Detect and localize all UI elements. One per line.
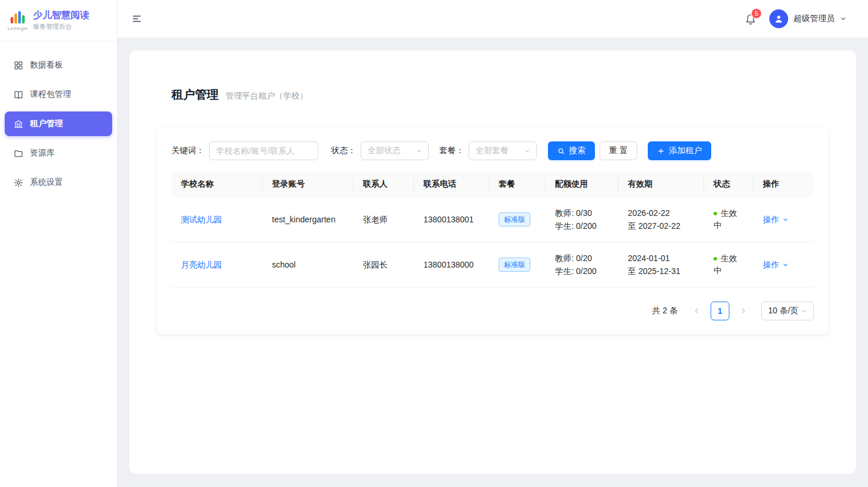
sidebar: LeSingle 少儿智慧阅读 服务管理后台 数据看板 课程包管理	[0, 0, 117, 487]
tenant-panel: 关键词： 状态： 全部状态 套餐： 全部套餐	[157, 127, 828, 334]
validity-cell: 2024-01-01 至 2025-12-31	[618, 242, 704, 288]
pagination: 共 2 条 1 10 条/页	[171, 302, 814, 320]
status-label: 状态：	[331, 146, 356, 156]
sidebar-collapse-button[interactable]	[132, 13, 142, 24]
table-header-row: 学校名称 登录账号 联系人 联系电话 套餐 配额使用 有效期 状态 操作	[171, 171, 814, 197]
phone-cell: 13800138000	[414, 242, 489, 288]
chevron-down-icon	[782, 262, 789, 268]
app-root: LeSingle 少儿智慧阅读 服务管理后台 数据看板 课程包管理	[0, 0, 868, 487]
plan-label: 套餐：	[439, 146, 464, 156]
page-card: 租户管理 管理平台租户（学校） 关键词： 状态： 全部状态 套餐：	[129, 50, 856, 474]
search-button[interactable]: 搜索	[548, 141, 595, 160]
col-validity: 有效期	[618, 171, 704, 197]
pagination-total: 共 2 条	[652, 306, 678, 316]
sidebar-item-resources[interactable]: 资源库	[5, 141, 112, 165]
chevron-down-icon	[801, 308, 808, 314]
sidebar-item-dashboard[interactable]: 数据看板	[5, 53, 112, 77]
col-actions: 操作	[753, 171, 814, 197]
table-row: 测试幼儿园 test_kindergarten 张老师 13800138001 …	[171, 197, 814, 242]
logo-brand: LeSingle	[8, 26, 28, 31]
validity-cell: 2026-02-22 至 2027-02-22	[618, 197, 704, 242]
quota-cell: 教师: 0/20 学生: 0/200	[546, 242, 618, 288]
row-action-dropdown[interactable]: 操作	[763, 258, 789, 271]
keyword-label: 关键词：	[171, 146, 204, 156]
gear-icon	[14, 178, 23, 188]
sidebar-item-label: 租户管理	[30, 119, 63, 129]
status-badge: 生效中	[714, 253, 737, 275]
status-cell: 生效中	[704, 197, 753, 242]
topbar: 5 超级管理员	[117, 0, 868, 38]
account-cell: school	[263, 242, 354, 288]
plan-badge: 标准版	[499, 258, 530, 272]
sidebar-item-label: 课程包管理	[30, 89, 71, 100]
content: 租户管理 管理平台租户（学校） 关键词： 状态： 全部状态 套餐：	[117, 38, 868, 487]
search-icon	[557, 147, 565, 155]
page-title: 租户管理	[171, 87, 218, 103]
chevron-down-icon	[782, 217, 789, 223]
col-contact: 联系人	[354, 171, 414, 197]
account-cell: test_kindergarten	[263, 197, 354, 242]
sidebar-menu: 数据看板 课程包管理 租户管理	[0, 41, 117, 207]
sidebar-item-course-packages[interactable]: 课程包管理	[5, 82, 112, 107]
chevron-down-icon	[840, 15, 847, 22]
plan-select[interactable]: 全部套餐	[469, 141, 537, 160]
col-account: 登录账号	[263, 171, 354, 197]
building-icon	[14, 119, 23, 129]
status-badge: 生效中	[714, 208, 737, 230]
notification-bell[interactable]: 5	[745, 13, 756, 25]
status-dot	[714, 257, 717, 261]
chevron-left-icon	[693, 307, 700, 314]
main-area: 5 超级管理员	[117, 0, 868, 487]
pagination-page-1[interactable]: 1	[711, 302, 729, 320]
keyword-input[interactable]	[209, 141, 318, 160]
pagination-prev-button[interactable]	[687, 302, 706, 320]
col-school: 学校名称	[171, 171, 263, 197]
status-select[interactable]: 全部状态	[361, 141, 429, 160]
dashboard-icon	[14, 60, 23, 70]
sidebar-item-tenants[interactable]: 租户管理	[5, 111, 112, 136]
user-menu[interactable]: 超级管理员	[769, 9, 847, 28]
menu-fold-icon	[132, 13, 142, 24]
contact-cell: 张老师	[354, 197, 414, 242]
logo: LeSingle 少儿智慧阅读 服务管理后台	[0, 0, 117, 41]
tenant-table: 学校名称 登录账号 联系人 联系电话 套餐 配额使用 有效期 状态 操作	[171, 171, 814, 288]
chevron-right-icon	[740, 307, 747, 314]
chevron-down-icon	[524, 148, 530, 154]
sidebar-item-label: 数据看板	[30, 60, 63, 70]
col-plan: 套餐	[489, 171, 546, 197]
page-size-select[interactable]: 10 条/页	[761, 302, 814, 320]
plan-badge: 标准版	[499, 212, 530, 226]
page-header: 租户管理 管理平台租户（学校）	[171, 87, 828, 103]
col-quota: 配额使用	[546, 171, 618, 197]
phone-cell: 13800138001	[414, 197, 489, 242]
chevron-down-icon	[416, 148, 422, 154]
status-dot	[714, 212, 717, 215]
quota-cell: 教师: 0/30 学生: 0/200	[546, 197, 618, 242]
contact-cell: 张园长	[354, 242, 414, 288]
notification-badge: 5	[752, 9, 761, 18]
avatar	[769, 9, 788, 28]
folder-icon	[14, 148, 23, 158]
user-icon	[773, 13, 784, 24]
filter-bar: 关键词： 状态： 全部状态 套餐： 全部套餐	[171, 141, 814, 160]
reset-button[interactable]: 重 置	[600, 141, 637, 160]
sidebar-item-settings[interactable]: 系统设置	[5, 170, 112, 195]
add-tenant-button[interactable]: 添加租户	[648, 141, 711, 160]
user-name: 超级管理员	[793, 13, 835, 24]
col-phone: 联系电话	[414, 171, 489, 197]
col-status: 状态	[704, 171, 753, 197]
pagination-next-button[interactable]	[734, 302, 753, 320]
sidebar-item-label: 资源库	[30, 148, 55, 158]
app-title: 少儿智慧阅读	[33, 9, 89, 21]
book-icon	[14, 90, 23, 100]
row-action-dropdown[interactable]: 操作	[763, 213, 789, 226]
app-subtitle: 服务管理后台	[33, 22, 89, 31]
school-link[interactable]: 月亮幼儿园	[181, 260, 222, 269]
sidebar-item-label: 系统设置	[30, 177, 63, 188]
school-link[interactable]: 测试幼儿园	[181, 215, 222, 224]
status-cell: 生效中	[704, 242, 753, 288]
plus-icon	[657, 147, 665, 155]
table-row: 月亮幼儿园 school 张园长 13800138000 标准版 教师: 0/2…	[171, 242, 814, 288]
page-subtitle: 管理平台租户（学校）	[226, 91, 308, 102]
logo-icon	[9, 10, 26, 25]
